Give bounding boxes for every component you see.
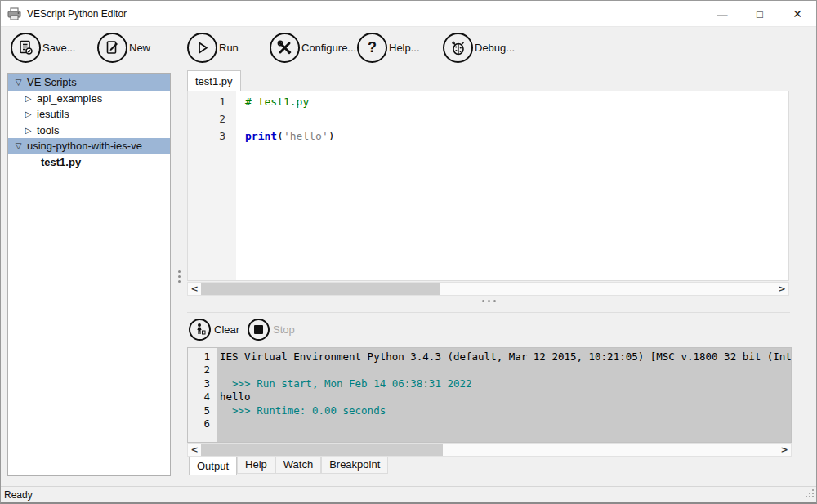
vescript-editor-window: VEScript Python Editor — □ ✕ Save... xyxy=(0,0,817,504)
expand-triangle-icon[interactable]: ▷ xyxy=(23,94,33,103)
output-line: >>> Run start, Mon Feb 14 06:38:31 2022 xyxy=(220,377,791,390)
save-icon xyxy=(11,33,41,63)
run-label: Run xyxy=(219,42,239,54)
console-line-number: 2 xyxy=(188,364,210,377)
tree-item-iesutils[interactable]: ▷iesutils xyxy=(8,106,170,123)
scroll-left-icon[interactable]: < xyxy=(188,283,201,294)
output-line: IES Virtual Environment Python 3.4.3 (de… xyxy=(220,350,791,364)
status-text: Ready xyxy=(4,489,33,501)
editor-line-numbers: 123 xyxy=(188,91,236,280)
tree-item-label: iesutils xyxy=(37,108,69,120)
configure-label: Configure... xyxy=(301,42,356,54)
main-toolbar: Save... New Run xyxy=(1,27,816,70)
resize-grip-icon[interactable] xyxy=(805,487,815,502)
output-panel-separator xyxy=(187,312,790,313)
tab-output[interactable]: Output xyxy=(189,457,237,475)
tree-item-using-python-with-ies-ve[interactable]: ▽using-python-with-ies-ve xyxy=(8,138,170,154)
console-line-numbers: 123456 xyxy=(188,348,217,442)
console-line-number: 3 xyxy=(188,377,210,390)
help-button[interactable]: ? Help... xyxy=(357,33,420,63)
expand-triangle-icon[interactable]: ▷ xyxy=(23,126,33,135)
collapse-triangle-icon[interactable]: ▽ xyxy=(13,141,24,150)
help-label: Help... xyxy=(389,42,420,54)
output-tab-bar: OutputHelpWatchBreakpoint xyxy=(189,457,388,475)
tree-item-label: tools xyxy=(37,124,59,136)
console-line-number: 5 xyxy=(188,404,210,417)
output-toolbar: Clear Stop xyxy=(189,318,295,341)
horizontal-splitter-handle[interactable] xyxy=(187,300,790,302)
debug-bug-icon xyxy=(443,33,473,63)
title-bar: VEScript Python Editor — □ ✕ xyxy=(1,1,816,27)
stop-icon[interactable] xyxy=(248,319,270,341)
save-button[interactable]: Save... xyxy=(11,33,75,63)
configure-button[interactable]: Configure... xyxy=(270,33,356,63)
configure-tools-icon xyxy=(270,33,300,63)
scrollbar-thumb[interactable] xyxy=(201,444,443,456)
code-editor[interactable]: 123 # test1.py print('hello') xyxy=(187,91,789,281)
new-label: New xyxy=(129,42,150,54)
clear-label[interactable]: Clear xyxy=(214,323,239,336)
tree-item-label: VE Scripts xyxy=(27,76,77,88)
tab-help[interactable]: Help xyxy=(237,457,275,474)
status-bar: Ready xyxy=(1,486,816,503)
scroll-right-icon[interactable]: > xyxy=(775,283,788,294)
new-document-icon xyxy=(97,33,127,63)
tree-item-test1-py[interactable]: test1.py xyxy=(8,154,170,171)
collapse-triangle-icon[interactable]: ▽ xyxy=(13,78,24,87)
clear-icon[interactable] xyxy=(189,319,211,341)
help-question-icon: ? xyxy=(357,33,387,63)
vertical-splitter-handle[interactable] xyxy=(176,270,181,283)
console-line-number: 1 xyxy=(188,350,210,364)
console-text: IES Virtual Environment Python 3.4.3 (de… xyxy=(217,348,791,442)
tree-item-label: api_examples xyxy=(37,92,102,105)
editor-horizontal-scrollbar[interactable]: < > xyxy=(187,282,789,296)
line-number: 2 xyxy=(188,110,225,127)
code-line: print('hello') xyxy=(245,127,788,145)
run-play-icon xyxy=(187,33,217,63)
run-button[interactable]: Run xyxy=(187,33,239,63)
expand-triangle-icon[interactable]: ▷ xyxy=(23,109,33,118)
output-line xyxy=(220,364,791,377)
console-line-number: 4 xyxy=(188,390,210,404)
code-line xyxy=(245,110,788,127)
window-title: VEScript Python Editor xyxy=(27,8,127,20)
app-printer-icon xyxy=(7,7,22,20)
tree-item-ve-scripts[interactable]: ▽VE Scripts xyxy=(8,74,170,91)
close-button[interactable]: ✕ xyxy=(779,1,816,27)
minimize-button[interactable]: — xyxy=(703,1,741,27)
tree-item-label: using-python-with-ies-ve xyxy=(27,140,142,152)
tab-breakpoint[interactable]: Breakpoint xyxy=(321,457,388,474)
output-horizontal-scrollbar[interactable]: < > xyxy=(187,443,792,457)
scroll-left-icon[interactable]: < xyxy=(188,444,201,455)
save-label: Save... xyxy=(42,42,75,54)
editor-code-area[interactable]: # test1.py print('hello') xyxy=(236,91,788,280)
editor-tab-bar: test1.py xyxy=(187,70,241,91)
debug-button[interactable]: Debug... xyxy=(443,33,515,63)
code-line: # test1.py xyxy=(245,93,788,110)
script-tree-panel[interactable]: ▽VE Scripts▷api_examples▷iesutils▷tools▽… xyxy=(7,73,171,476)
line-number: 1 xyxy=(188,93,225,110)
tab-test1-py[interactable]: test1.py xyxy=(187,70,241,91)
debug-label: Debug... xyxy=(475,42,515,54)
tree-item-label: test1.py xyxy=(41,156,81,168)
output-console[interactable]: 123456 IES Virtual Environment Python 3.… xyxy=(187,347,792,443)
console-line-number: 6 xyxy=(188,417,210,430)
line-number: 3 xyxy=(188,127,225,145)
scrollbar-thumb[interactable] xyxy=(201,283,440,295)
tab-watch[interactable]: Watch xyxy=(275,457,321,474)
tree-item-api-examples[interactable]: ▷api_examples xyxy=(8,91,170,107)
stop-label: Stop xyxy=(273,323,295,336)
new-button[interactable]: New xyxy=(97,33,150,63)
output-line: >>> Runtime: 0.00 seconds xyxy=(220,404,791,417)
tree-item-tools[interactable]: ▷tools xyxy=(8,123,170,139)
output-line xyxy=(220,417,791,430)
output-line: hello xyxy=(220,390,791,404)
scroll-right-icon[interactable]: > xyxy=(778,444,791,455)
maximize-button[interactable]: □ xyxy=(741,1,779,27)
